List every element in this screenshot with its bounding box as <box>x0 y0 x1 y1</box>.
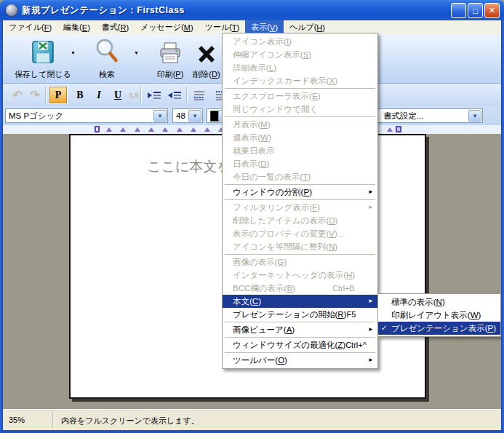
submenu-item-standard-view[interactable]: 標準の表示(N) <box>378 295 500 309</box>
search-label: 検索 <box>99 69 115 80</box>
bold-button[interactable]: B <box>71 87 89 103</box>
save-and-close-label: 保存して閉じる <box>15 69 71 80</box>
menu-item-explorer-view: エクスプローラ表示(E) <box>223 90 377 103</box>
window-border-right <box>501 20 504 433</box>
ruler-indent-marker[interactable] <box>396 126 401 132</box>
submenu-item-presentation-view[interactable]: ✓プレゼンテーション表示(P) <box>378 322 500 335</box>
print-label: 印刷(P) <box>157 69 184 80</box>
combo-arrow-icon[interactable]: ▼ <box>153 110 167 122</box>
app-icon <box>5 4 18 17</box>
menu-separator <box>225 184 375 185</box>
menu-item-month-view: 月表示(M) <box>223 118 377 131</box>
ruler-tab-marker[interactable] <box>177 127 183 132</box>
italic-button[interactable]: I <box>90 87 108 103</box>
toolbar-separator <box>140 87 141 103</box>
ruler-indent-marker[interactable] <box>95 126 100 132</box>
menu-item-toolbars[interactable]: ツールバー(O)► <box>223 354 377 367</box>
plain-style-button[interactable]: P <box>49 87 67 103</box>
underline-button[interactable]: U <box>109 87 127 103</box>
menu-item-arrange-icons: アイコンを等間隔に整列(N) <box>223 240 377 253</box>
ruler-tab-marker[interactable] <box>387 127 393 132</box>
font-select[interactable]: MS Pゴシック ▼ <box>5 108 168 123</box>
menu-item-optimize-window-size[interactable]: ウィンドウサイズの最適化(Z)Ctrl+^ <box>223 338 377 351</box>
menu-item-icon-view: アイコン表示(I) <box>223 35 377 48</box>
app-window: 新規プレゼンテーション：FirstClass _ □ ✕ ファイル(F) 編集(… <box>0 0 504 433</box>
menubar-item-message[interactable]: メッセージ(M) <box>135 20 199 34</box>
save-and-close-button[interactable]: 保存して閉じる <box>7 36 79 80</box>
font-name: MS Pゴシック <box>9 111 63 122</box>
style-preset-value: 書式設定... <box>383 111 424 122</box>
menubar-item-edit[interactable]: 編集(E) <box>57 20 96 34</box>
toolbar-separator <box>186 87 187 103</box>
floppy-disk-icon <box>30 39 56 68</box>
menubar-item-format[interactable]: 書式(R) <box>96 20 135 34</box>
combo-arrow-icon[interactable]: ▼ <box>188 110 201 122</box>
menu-separator <box>225 322 375 322</box>
menu-item-workday-view: 就業日表示 <box>223 144 377 157</box>
search-button[interactable]: 検索 <box>84 36 129 80</box>
font-size-select[interactable]: 48 ▼ <box>172 108 203 123</box>
minimize-button[interactable]: _ <box>451 3 466 18</box>
titlebar[interactable]: 新規プレゼンテーション：FirstClass _ □ ✕ <box>0 0 504 20</box>
submenu-arrow-icon: ► <box>368 186 374 199</box>
menu-item-week-view: 週表示(W) <box>223 131 377 144</box>
print-button[interactable]: 印刷(P) <box>150 36 191 80</box>
menu-item-start-presentation[interactable]: プレゼンテーションの開始(R)F5 <box>223 308 377 321</box>
status-message: 内容をフルスクリーンで表示します。 <box>61 416 199 426</box>
magnifier-icon <box>93 38 121 68</box>
menu-item-open-same-window: 同じウィンドウで開く <box>223 103 377 116</box>
menu-separator <box>225 88 375 89</box>
ruler-tab-marker[interactable] <box>204 127 210 132</box>
zoom-level: 35% <box>9 416 25 424</box>
menubar-item-file[interactable]: ファイル(F) <box>3 20 57 34</box>
menu-item-detail-view: 詳細表示(L) <box>223 61 377 74</box>
window-title: 新規プレゼンテーション：FirstClass <box>22 4 185 17</box>
submenu-arrow-icon: ► <box>368 323 374 336</box>
undo-icon[interactable]: ↶ <box>9 87 26 103</box>
menu-item-change-view-properties: 表示のプロパティの変更(V)... <box>223 227 377 240</box>
save-options-arrow-icon[interactable]: ▼ <box>71 50 76 55</box>
ruler-tab-marker[interactable] <box>106 127 112 132</box>
statusbar: 35% 内容をフルスクリーンで表示します。 <box>3 409 501 431</box>
menu-item-split-window[interactable]: ウィンドウの分割(P)► <box>223 186 377 199</box>
submenu-item-print-layout-view[interactable]: 印刷レイアウト表示(W) <box>378 309 500 322</box>
toolbar-separator <box>45 87 46 103</box>
window-border-bottom <box>0 430 504 433</box>
menu-item-show-images: 画像の表示(G) <box>223 255 377 269</box>
ruler-tab-marker[interactable] <box>135 127 140 132</box>
menu-separator <box>225 199 375 200</box>
combo-arrow-icon[interactable]: ▼ <box>468 110 481 122</box>
menu-item-scaled-icon-view: 伸縮アイコン表示(S) <box>223 48 377 61</box>
menu-separator <box>225 337 375 338</box>
close-button[interactable]: ✕ <box>484 3 500 18</box>
menu-item-show-internet-headers: インターネットヘッダの表示(H) <box>223 269 377 282</box>
indent-increase-icon[interactable] <box>145 87 163 103</box>
redo-icon[interactable]: ↷ <box>26 87 44 103</box>
menu-separator <box>225 254 375 255</box>
menu-separator <box>225 352 375 353</box>
menu-item-today-list-view: 今日の一覧の表示(T) <box>223 170 377 183</box>
menu-separator <box>225 116 375 117</box>
checkmark-icon: ✓ <box>381 322 387 335</box>
maximize-button[interactable]: □ <box>468 3 483 18</box>
body-submenu: 標準の表示(N) 印刷レイアウト表示(W) ✓プレゼンテーション表示(P) <box>377 293 501 337</box>
menu-item-body[interactable]: 本文(C)► <box>223 295 377 308</box>
ruler-tab-marker[interactable] <box>148 127 154 132</box>
search-options-arrow-icon[interactable]: ▼ <box>134 50 139 55</box>
menu-item-show-deleted-items: 削除したアイテムの表示(D) <box>223 214 377 227</box>
menu-item-day-view: 日表示(D) <box>223 157 377 170</box>
menu-item-image-viewer[interactable]: 画像ビューア(A)► <box>223 323 377 336</box>
style-preset-select[interactable]: 書式設定... ▼ <box>367 108 483 123</box>
statusbar-divider <box>52 413 55 427</box>
window-border-left <box>0 20 3 433</box>
printer-icon <box>157 41 183 68</box>
menu-item-filtering-view: フィルタリング表示(F)► <box>223 201 377 214</box>
indent-decrease-icon[interactable] <box>166 87 183 103</box>
font-size-value: 48 <box>176 111 185 120</box>
submenu-arrow-icon: ► <box>368 201 374 214</box>
ruler-tab-marker[interactable] <box>120 127 126 132</box>
ruler-tab-marker[interactable] <box>162 127 168 132</box>
submenu-arrow-icon: ► <box>368 354 374 367</box>
list-style-icon-1[interactable] <box>191 87 208 103</box>
ruler-tab-marker[interactable] <box>191 127 196 132</box>
